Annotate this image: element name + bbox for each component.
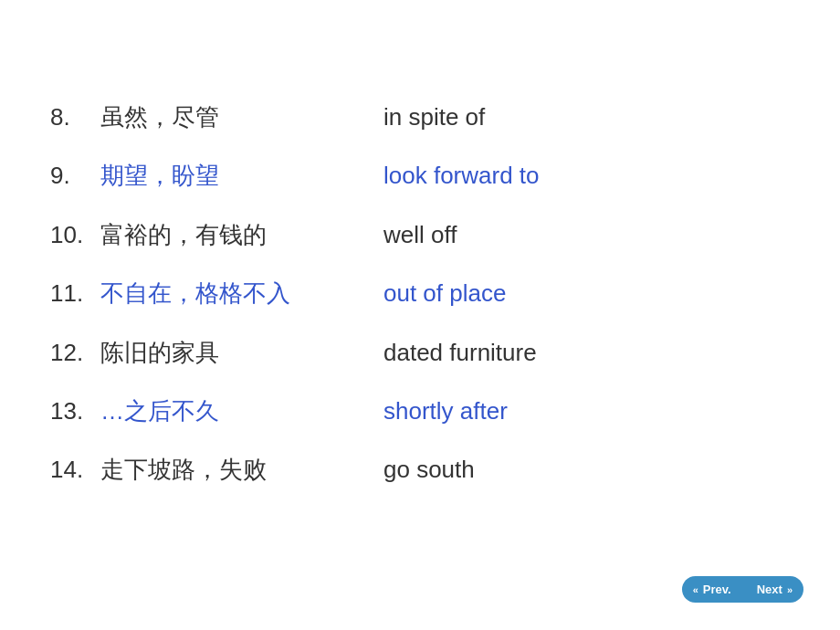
vocab-row: 11.不自在，格格不入out of place [50,277,790,310]
vocab-list: 8.虽然，尽管in spite of9.期望，盼望look forward to… [50,100,790,512]
vocab-english: look forward to [383,159,790,192]
vocab-english: well off [383,218,790,251]
vocab-english: out of place [383,277,790,310]
vocab-row: 14.走下坡路，失败go south [50,453,790,486]
vocab-english: dated furniture [383,336,790,369]
vocab-row: 8.虽然，尽管in spite of [50,100,790,133]
vocab-number: 8. [50,100,100,133]
vocab-row: 9.期望，盼望look forward to [50,159,790,192]
vocab-chinese: 陈旧的家具 [100,336,383,369]
vocab-english: shortly after [383,394,790,427]
prev-chevron-icon: « [693,584,698,595]
vocab-chinese: 虽然，尽管 [100,100,383,133]
next-button[interactable]: Next » [744,576,803,603]
prev-label: Prev. [703,583,731,596]
vocab-number: 11. [50,277,100,310]
next-chevron-icon: » [787,584,793,595]
vocab-number: 10. [50,218,100,251]
prev-button[interactable]: « Prev. [682,576,744,603]
vocab-number: 9. [50,159,100,192]
vocab-number: 12. [50,336,100,369]
vocab-chinese: 期望，盼望 [100,159,383,192]
vocab-chinese: 走下坡路，失败 [100,453,383,486]
vocab-row: 10.富裕的，有钱的well off [50,218,790,251]
vocab-english: in spite of [383,100,790,133]
vocab-row: 13.…之后不久shortly after [50,394,790,427]
next-label: Next [757,583,782,596]
vocab-chinese: …之后不久 [100,394,383,427]
navigation-bar: « Prev. Next » [682,576,803,603]
vocab-row: 12.陈旧的家具dated furniture [50,336,790,369]
vocab-english: go south [383,453,790,486]
vocab-number: 13. [50,394,100,427]
vocab-number: 14. [50,453,100,486]
vocab-chinese: 不自在，格格不入 [100,277,383,310]
vocab-chinese: 富裕的，有钱的 [100,218,383,251]
